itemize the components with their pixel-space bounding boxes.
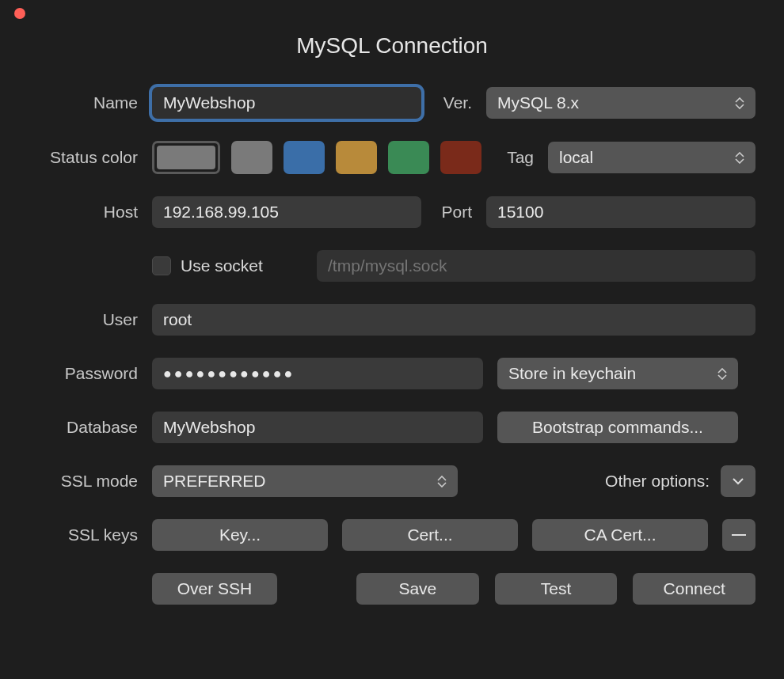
dialog-title: MySQL Connection — [0, 33, 784, 59]
ssl-keys-label: SSL keys — [29, 525, 138, 544]
port-label: Port — [436, 203, 472, 222]
other-options-label: Other options: — [605, 472, 710, 491]
ssl-mode-label: SSL mode — [29, 472, 138, 491]
database-label: Database — [29, 418, 138, 437]
chevron-updown-icon — [735, 97, 744, 109]
password-input[interactable]: ●●●●●●●●●●●● — [152, 358, 483, 389]
password-label: Password — [29, 364, 138, 383]
password-store-value: Store in keychain — [508, 364, 636, 383]
test-button[interactable]: Test — [495, 573, 618, 605]
status-color-swatch[interactable] — [231, 141, 272, 174]
chevron-updown-icon — [735, 152, 744, 164]
version-label: Ver. — [436, 93, 472, 112]
ssl-mode-value: PREFERRED — [163, 472, 266, 491]
tag-select[interactable]: local — [548, 142, 755, 173]
ssl-cert-button[interactable]: Cert... — [342, 519, 518, 551]
version-select-value: MySQL 8.x — [497, 93, 579, 112]
status-color-swatch[interactable] — [440, 141, 481, 174]
ssl-mode-select[interactable]: PREFERRED — [152, 465, 458, 497]
host-label: Host — [29, 203, 138, 222]
chevron-updown-icon — [437, 476, 447, 487]
version-select[interactable]: MySQL 8.x — [486, 87, 755, 119]
other-options-toggle[interactable] — [721, 465, 755, 497]
name-label: Name — [29, 93, 138, 112]
name-input[interactable] — [152, 87, 421, 119]
status-color-swatch[interactable] — [388, 141, 429, 174]
use-socket-label: Use socket — [181, 256, 263, 275]
tag-label: Tag — [497, 148, 534, 167]
status-color-swatch-selected[interactable] — [152, 141, 220, 174]
status-color-swatch[interactable] — [284, 141, 325, 174]
bootstrap-commands-button[interactable]: Bootstrap commands... — [497, 412, 738, 443]
close-window-button[interactable] — [14, 8, 25, 19]
ssl-key-button[interactable]: Key... — [152, 519, 328, 551]
status-color-swatch-group — [152, 141, 483, 174]
ssl-clear-button[interactable] — [722, 519, 755, 551]
save-button[interactable]: Save — [356, 573, 479, 605]
minus-icon — [732, 533, 746, 537]
ssl-ca-cert-button[interactable]: CA Cert... — [532, 519, 708, 551]
host-input[interactable] — [152, 196, 421, 228]
chevron-down-icon — [732, 477, 744, 485]
port-input[interactable] — [486, 196, 755, 228]
over-ssh-button[interactable]: Over SSH — [152, 573, 277, 605]
titlebar — [0, 0, 784, 27]
tag-select-value: local — [559, 148, 593, 167]
svg-rect-0 — [732, 534, 746, 536]
database-input[interactable] — [152, 412, 483, 443]
password-store-select[interactable]: Store in keychain — [497, 358, 738, 389]
user-label: User — [29, 310, 138, 329]
socket-path-input[interactable] — [317, 250, 755, 282]
chevron-updown-icon — [717, 368, 727, 380]
use-socket-checkbox[interactable] — [152, 256, 171, 275]
connect-button[interactable]: Connect — [633, 573, 755, 605]
status-color-swatch[interactable] — [336, 141, 377, 174]
user-input[interactable] — [152, 304, 755, 336]
connection-form: Name Ver. MySQL 8.x Status color Tag loc… — [0, 87, 784, 605]
status-color-label: Status color — [29, 148, 138, 167]
